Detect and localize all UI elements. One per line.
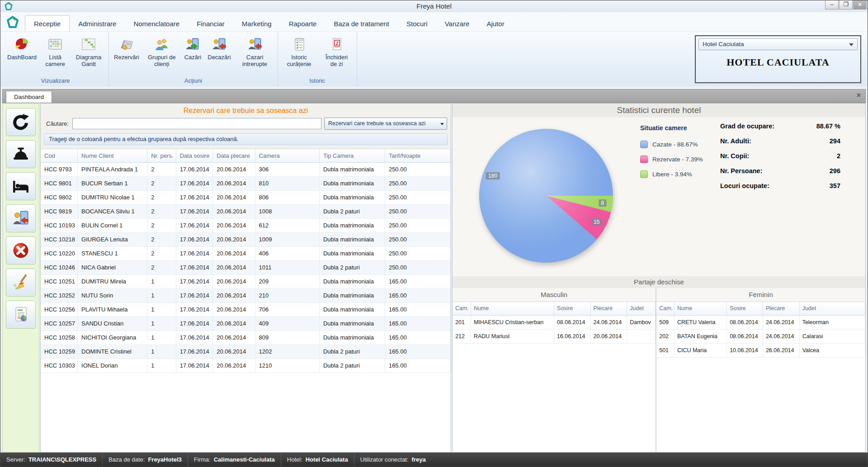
- column-header-cam-[interactable]: Cam.: [453, 302, 471, 315]
- close-dashboard-icon[interactable]: ×: [857, 91, 861, 99]
- lista-camere-button[interactable]: Listă camere: [40, 35, 71, 69]
- column-header-plecare[interactable]: Plecare: [590, 302, 627, 315]
- cell: 1009: [255, 232, 319, 246]
- legend-swatch-icon: [640, 141, 648, 148]
- column-header-judet[interactable]: Judet: [799, 302, 865, 315]
- menu-tab-stocuri[interactable]: Stocuri: [398, 16, 436, 31]
- cell: 201: [453, 315, 471, 329]
- statusbar: Server:TRAIANC\SQLEXPRESSBaza de date:Fr…: [0, 453, 868, 467]
- minimize-button[interactable]: –: [825, 0, 839, 9]
- menu-tab-financiar[interactable]: Financiar: [188, 16, 233, 31]
- cell: 165.00: [385, 288, 450, 302]
- menu-tab-vanzare[interactable]: Vanzare: [436, 16, 478, 31]
- istoric-curatenie-button[interactable]: Istoric curățenie: [280, 35, 319, 69]
- column-header-cod[interactable]: Cod: [41, 149, 78, 162]
- table-row[interactable]: HCC 10218GIURGEA Lenuta217.06.201420.06.…: [41, 232, 451, 246]
- app-menu-logo-icon[interactable]: [0, 13, 25, 31]
- cazari-button[interactable]: Cazări: [181, 35, 205, 62]
- cell: 210: [255, 288, 319, 302]
- close-button[interactable]: ×: [853, 0, 867, 9]
- menu-tab-administrare[interactable]: Administrare: [70, 16, 125, 31]
- cell: 17.06.2014: [176, 176, 213, 190]
- inchideri-de-zi-button[interactable]: Z Închideri de zi: [319, 35, 355, 69]
- column-header-judet[interactable]: Judet: [627, 302, 656, 315]
- diagrama-gantt-button[interactable]: Diagrama Gantt: [71, 35, 107, 69]
- window-title: Freya Hotel: [0, 0, 868, 12]
- column-header-cam-[interactable]: Cam.: [656, 302, 674, 315]
- rezervari-button[interactable]: Rezervări: [111, 35, 142, 62]
- sidebar-button-cleaning[interactable]: [6, 269, 36, 297]
- dashboard-button[interactable]: DashBoard: [4, 35, 40, 62]
- table-row[interactable]: HCC 10220STANESCU 1217.06.201420.06.2014…: [41, 246, 451, 260]
- column-header-nr-pers-[interactable]: Nr. pers.: [147, 149, 176, 162]
- menu-tab-baza-de-tratament[interactable]: Baza de tratament: [325, 16, 398, 31]
- column-header-plecare[interactable]: Plecare: [763, 302, 799, 315]
- column-header-nume[interactable]: Nume: [471, 302, 554, 315]
- column-header-nume[interactable]: Nume: [674, 302, 726, 315]
- sidebar-button-checkout[interactable]: [6, 204, 36, 232]
- metric-value: 357: [830, 182, 840, 197]
- hotel-metrics: Grad de ocupare:88.67 %Nr. Adulti:294Nr.…: [720, 123, 840, 197]
- column-header-sosire[interactable]: Sosire: [554, 302, 590, 315]
- table-row[interactable]: HCC 10257SANDU Cristian117.06.201420.06.…: [41, 316, 451, 330]
- lista-camere-button-label: Listă camere: [43, 54, 67, 67]
- table-row[interactable]: HCC 10193BULIN Cornel 1217.06.201420.06.…: [41, 218, 451, 232]
- tab-dashboard[interactable]: Dashboard: [6, 91, 52, 103]
- search-input[interactable]: [72, 118, 321, 129]
- column-header-data-sosire[interactable]: Data sosire: [176, 149, 213, 162]
- cell: HCC 10246: [41, 260, 78, 274]
- sidebar-button-cancel[interactable]: [6, 236, 36, 264]
- table-row[interactable]: HCC 10259DOMINTE Cristinel117.06.201420.…: [41, 344, 451, 359]
- table-row[interactable]: 212RADU Mariusl16.06.201420.06.2014: [453, 329, 656, 343]
- column-header-camera[interactable]: Camera: [255, 149, 319, 162]
- cell: RADU Mariusl: [471, 329, 554, 343]
- chevron-down-icon: [849, 43, 854, 46]
- menu-tab-nomenclatoare[interactable]: Nomenclatoare: [125, 16, 188, 31]
- table-row[interactable]: HCC 10258NICHITOI Georgiana117.06.201420…: [41, 330, 451, 344]
- cazari-button-label: Cazări: [184, 54, 202, 61]
- maximize-button[interactable]: ❐: [839, 0, 853, 9]
- table-row[interactable]: HCC 10256PLAVITU Mihaela117.06.201420.06…: [41, 302, 451, 316]
- cell: HCC 10252: [41, 288, 78, 302]
- table-row[interactable]: 202BATAN Eugenia08.06.201424.06.2014Cala…: [656, 329, 865, 343]
- sidebar-button-refresh[interactable]: [6, 108, 36, 136]
- table-row[interactable]: 201MIHAESCU Cristian-serban08.06.201424.…: [453, 315, 656, 329]
- table-row[interactable]: HCC 10252NUTU Sorin117.06.201420.06.2014…: [41, 288, 451, 302]
- feminin-table: Cam.NumeSosirePlecareJudet509CRETU Valer…: [656, 302, 865, 358]
- menu-tab-rapoarte[interactable]: Rapoarte: [280, 16, 326, 31]
- table-row[interactable]: 509CRETU Valeria08.06.201424.06.2014Tele…: [656, 315, 865, 329]
- table-row[interactable]: HCC 10303IONEL Dorian117.06.201420.06.20…: [41, 359, 451, 373]
- column-header-tip-camera[interactable]: Tip Camera: [319, 149, 385, 162]
- column-header-sosire[interactable]: Sosire: [727, 302, 763, 315]
- cell: 20.06.2014: [213, 162, 255, 176]
- table-row[interactable]: HCC 9819BOCANCEA Silviu 1217.06.201420.0…: [41, 204, 451, 218]
- cell: 165.00: [385, 344, 450, 359]
- table-row[interactable]: HCC 10246NICA Gabriel217.06.201420.06.20…: [41, 260, 451, 274]
- sidebar-button-report[interactable]: [6, 301, 36, 329]
- sidebar-button-occupancy[interactable]: [6, 172, 36, 200]
- grupuri-clienti-button[interactable]: Grupuri de clienți: [142, 35, 181, 69]
- table-row[interactable]: HCC 10251DUMITRU Mirela117.06.201420.06.…: [41, 274, 451, 288]
- cell: 250.00: [385, 260, 450, 274]
- table-row[interactable]: HCC 9802DUMITRU Nicolae 1217.06.201420.0…: [41, 190, 451, 204]
- cell: 806: [255, 190, 319, 204]
- hotel-selector[interactable]: Hotel Caciulata: [698, 38, 858, 50]
- menu-tab-marketing[interactable]: Marketing: [233, 16, 280, 31]
- legend-item: Rezervate - 7.39%: [640, 152, 703, 167]
- reservation-filter-select[interactable]: Rezervari care trebuie sa soseasca azi: [324, 118, 447, 130]
- ribbon-group-label: Vizualizare: [4, 76, 107, 86]
- table-row[interactable]: 501CICU Maria10.06.201426.06.2014Valcea: [656, 343, 865, 357]
- cazari-intrerupte-button[interactable]: Cazari intrerupte: [234, 35, 276, 69]
- column-header-nume-client[interactable]: Nume Client: [78, 149, 147, 162]
- app-window: Freya Hotel – ❐ × ReceptieAdministrareNo…: [0, 0, 868, 467]
- column-header-tarif-noapte[interactable]: Tarif/Noapte: [385, 149, 450, 162]
- menu-tab-ajutor[interactable]: Ajutor: [478, 16, 513, 31]
- table-row[interactable]: HCC 9801BUCUR Serban 1217.06.201420.06.2…: [41, 176, 451, 190]
- titlebar: Freya Hotel – ❐ ×: [0, 0, 868, 12]
- sidebar-button-reception[interactable]: [6, 140, 36, 168]
- menu-tab-receptie[interactable]: Receptie: [25, 15, 70, 31]
- column-header-data-plecare[interactable]: Data plecare: [213, 149, 255, 162]
- decazari-button[interactable]: Decazări: [204, 35, 234, 62]
- table-row[interactable]: HCC 9793PINTEALA Andrada 1217.06.201420.…: [41, 162, 451, 176]
- cell: 1: [147, 302, 176, 316]
